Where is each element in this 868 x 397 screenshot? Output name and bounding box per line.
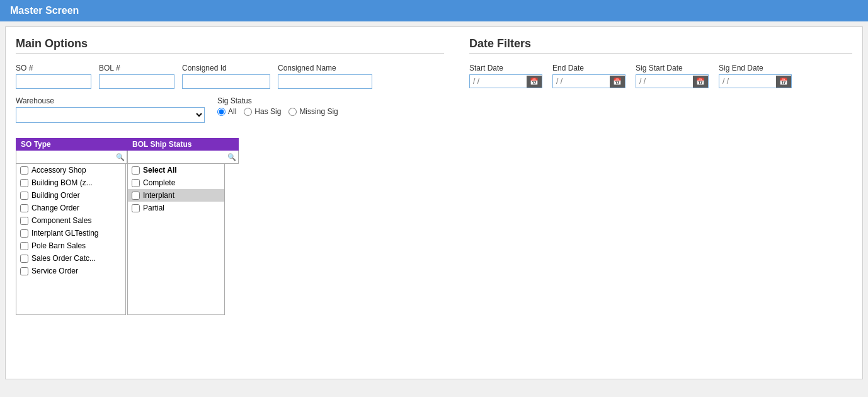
date-group-2: Sig Start Date 📅	[636, 64, 709, 88]
date-input-wrapper-2: 📅	[636, 74, 709, 88]
so-type-header: SO Type	[16, 138, 127, 151]
date-filters-title: Date Filters	[469, 37, 852, 54]
date-label-1: End Date	[552, 64, 625, 72]
list-item[interactable]: Interplant	[128, 189, 224, 202]
sig-status-has-sig-text: Has Sig	[254, 107, 281, 116]
so-type-checkbox[interactable]	[20, 255, 28, 263]
so-type-checkbox[interactable]	[20, 204, 28, 212]
list-item[interactable]: Building BOM (z...	[16, 176, 125, 189]
date-input-2[interactable]	[636, 75, 693, 88]
bol-input[interactable]	[99, 74, 174, 89]
so-type-checkbox[interactable]	[20, 192, 28, 200]
so-type-checkbox[interactable]	[20, 217, 28, 225]
date-label-0: Start Date	[469, 64, 542, 72]
warehouse-label: Warehouse	[16, 96, 205, 105]
bol-status-checkbox[interactable]	[132, 204, 140, 212]
list-item[interactable]: Accessory Shop	[16, 164, 125, 176]
bol-ship-status-list[interactable]: Select AllCompleteInterplantPartial	[127, 164, 225, 315]
calendar-button-0[interactable]: 📅	[527, 76, 542, 88]
so-type-container: SO Type 🔍 Accessory ShopBuilding BOM (z.…	[16, 138, 127, 315]
date-input-1[interactable]	[553, 75, 610, 88]
so-type-checkbox[interactable]	[20, 166, 28, 175]
calendar-button-1[interactable]: 📅	[610, 76, 625, 88]
consigned-name-input[interactable]	[278, 74, 372, 89]
bol-ship-status-search-icon: 🔍	[227, 153, 236, 161]
sig-status-missing-sig-radio[interactable]	[288, 108, 297, 116]
list-item[interactable]: Pole Barn Sales	[16, 239, 125, 252]
so-type-search-icon: 🔍	[116, 153, 125, 161]
sig-status-has-sig-option[interactable]: Has Sig	[244, 107, 281, 116]
date-filters-row: Start Date 📅 End Date 📅 Sig Start Date 📅…	[469, 64, 852, 88]
consigned-name-label: Consigned Name	[278, 64, 372, 72]
title-bar: Master Screen	[0, 0, 868, 21]
date-label-2: Sig Start Date	[636, 64, 709, 72]
so-type-checkbox[interactable]	[20, 229, 28, 238]
list-item[interactable]: Interplant GLTesting	[16, 227, 125, 239]
so-type-checkbox[interactable]	[20, 179, 28, 187]
list-item[interactable]: Sales Order Catc...	[16, 252, 125, 265]
bol-ship-status-container: BOL Ship Status 🔍 Select AllCompleteInte…	[127, 138, 239, 315]
date-filters-section: Date Filters Start Date 📅 End Date 📅 Sig…	[469, 37, 852, 315]
consigned-id-input[interactable]	[182, 74, 270, 89]
list-item[interactable]: Service Order	[16, 265, 125, 277]
calendar-button-2[interactable]: 📅	[693, 76, 708, 88]
sig-status-all-option[interactable]: All	[217, 107, 236, 116]
sig-status-missing-sig-option[interactable]: Missing Sig	[288, 107, 338, 116]
date-group-1: End Date 📅	[552, 64, 625, 88]
sig-status-has-sig-radio[interactable]	[244, 108, 252, 116]
main-options-title: Main Options	[16, 37, 444, 54]
warehouse-select[interactable]	[16, 107, 205, 123]
bol-ship-status-header: BOL Ship Status	[127, 138, 239, 151]
so-type-list[interactable]: Accessory ShopBuilding BOM (z...Building…	[16, 164, 126, 315]
sig-status-missing-sig-text: Missing Sig	[299, 107, 338, 116]
bol-status-checkbox[interactable]	[132, 179, 140, 187]
bol-status-checkbox[interactable]	[132, 192, 140, 200]
date-label-3: Sig End Date	[719, 64, 792, 72]
date-input-wrapper-0: 📅	[469, 74, 542, 88]
list-item[interactable]: Partial	[128, 202, 224, 214]
sig-status-all-radio[interactable]	[217, 108, 226, 116]
list-item[interactable]: Change Order	[16, 202, 125, 214]
title-bar-label: Master Screen	[10, 5, 79, 16]
calendar-button-3[interactable]: 📅	[776, 76, 791, 88]
list-item[interactable]: Component Sales	[16, 214, 125, 227]
date-input-wrapper-3: 📅	[719, 74, 792, 88]
so-label: SO #	[16, 64, 91, 72]
so-type-checkbox[interactable]	[20, 267, 28, 275]
date-group-0: Start Date 📅	[469, 64, 542, 88]
date-input-wrapper-1: 📅	[552, 74, 625, 88]
date-input-0[interactable]	[470, 75, 527, 88]
sig-status-all-text: All	[228, 107, 236, 116]
date-group-3: Sig End Date 📅	[719, 64, 792, 88]
main-options-section: Main Options SO # BOL # Consigned Id Con…	[16, 37, 444, 315]
so-type-checkbox[interactable]	[20, 242, 28, 250]
bol-label: BOL #	[99, 64, 174, 72]
bol-status-checkbox[interactable]	[132, 166, 140, 175]
list-item[interactable]: Select All	[128, 164, 224, 176]
main-container: Main Options SO # BOL # Consigned Id Con…	[5, 26, 863, 379]
so-type-search-input[interactable]	[16, 151, 127, 164]
consigned-id-label: Consigned Id	[182, 64, 270, 72]
bol-ship-status-search-input[interactable]	[127, 151, 239, 164]
list-item[interactable]: Complete	[128, 176, 224, 189]
so-input[interactable]	[16, 74, 91, 89]
sig-status-label: Sig Status	[217, 96, 338, 105]
date-input-3[interactable]	[719, 75, 776, 88]
list-item[interactable]: Building Order	[16, 189, 125, 202]
